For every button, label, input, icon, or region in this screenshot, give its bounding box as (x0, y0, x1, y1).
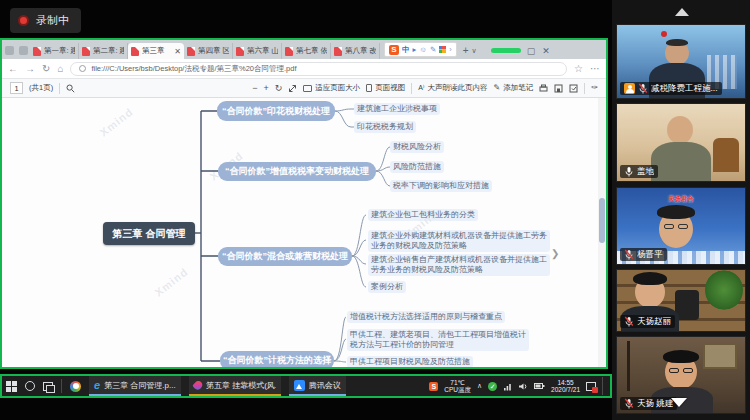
sogou-tray-icon[interactable]: S (429, 382, 438, 391)
mindmap-topic[interactable]: 印花税税务规划 (354, 121, 416, 133)
mic-muted-icon[interactable] (624, 398, 634, 409)
zoom-in-icon[interactable]: + (263, 84, 268, 93)
mic-muted-icon[interactable] (638, 83, 648, 94)
network-icon[interactable] (503, 382, 512, 391)
refresh-icon[interactable]: ↻ (42, 64, 50, 74)
emoji-icon[interactable]: ☺ (419, 46, 427, 54)
hidden-icons-chevron[interactable]: ∧ (477, 382, 482, 390)
pinned-icon[interactable] (19, 46, 28, 55)
back-icon[interactable]: ← (8, 64, 18, 74)
mindmap-topic[interactable]: 建筑企业外购建筑材料或机器设备并提供施工劳务业务的财税风险及防范策略 (368, 230, 550, 252)
note-pen-icon: ✎ (494, 84, 501, 92)
mindmap-topic[interactable]: 增值税计税方法选择适用的原则与稽查重点 (347, 311, 505, 323)
favorite-icon[interactable]: ☆ (574, 64, 583, 74)
pdf-icon (131, 47, 139, 56)
grid-icon[interactable] (439, 46, 446, 53)
page-view-button[interactable]: 页面视图 (366, 83, 405, 93)
browser-tab[interactable]: 第七章 依... (282, 43, 331, 59)
participant-tile[interactable]: 盖地 (616, 103, 746, 182)
rotate-icon[interactable]: ↻ (275, 84, 283, 93)
mic-muted-icon[interactable] (624, 249, 634, 260)
mindmap-topic[interactable]: 建筑企业销售自产建筑材料或机器设备并提供施工劳务业务的财税风险及防范策略 (368, 254, 550, 276)
language-mode-icon[interactable]: 中 (402, 45, 410, 55)
mindmap-topic[interactable]: 风险防范措施 (390, 161, 444, 173)
mindmap-topic[interactable]: 建筑施工企业涉税事项 (354, 103, 440, 115)
mindmap-branch[interactable]: “合同价款”增值税税率变动财税处理 (218, 162, 376, 181)
pdf-page[interactable]: Xmind Xmind Xmind Xmind (2, 98, 606, 367)
read-aloud-button[interactable]: A⁾ 大声朗读此页内容 (418, 83, 487, 93)
browser-tab[interactable]: 第六章 山... (233, 43, 282, 59)
mindmap-branch[interactable]: “合同价款”混合或兼营财税处理 (218, 247, 352, 266)
zoom-out-icon[interactable]: − (252, 84, 257, 93)
taskbar-app-edge-pdf[interactable]: e 第三章 合同管理.p... (89, 376, 181, 396)
scroll-down-icon[interactable] (671, 398, 687, 407)
restore-window-button[interactable]: ▢ (527, 46, 536, 56)
site-info-icon[interactable] (79, 65, 86, 72)
mindmap-topic[interactable]: 甲供工程、建筑老项目、清包工工程项目增值税计税方法与工程计价的协同管理 (347, 329, 529, 351)
antivirus-shield-icon[interactable]: ✓ (488, 382, 497, 391)
pen-icon[interactable]: ✎ (430, 46, 436, 54)
scroll-up-icon[interactable] (675, 8, 689, 16)
browser-tab[interactable]: 第四章 区... (184, 43, 233, 59)
collapse-icon[interactable]: › (449, 46, 452, 54)
scrollbar[interactable] (598, 98, 606, 367)
mindmap-topic[interactable]: 税率下调的影响和应对措施 (390, 180, 492, 192)
participant-tile[interactable]: 天扬赵丽 (616, 269, 746, 332)
page-number-input[interactable]: 1 (10, 82, 23, 94)
notification-badge (592, 387, 598, 393)
sogou-input-toolbar[interactable]: S 中 ▸ ☺ ✎ › (384, 42, 457, 57)
mindmap-topic[interactable]: 财税风险分析 (390, 141, 444, 153)
battery-icon[interactable] (534, 382, 545, 390)
url-field[interactable]: file:///C:/Users/bsb/Desktop/法税专题/第三章%20… (70, 62, 567, 76)
tencent-meeting-icon (294, 380, 305, 391)
tab-close-icon[interactable]: ✕ (174, 47, 181, 56)
mindmap-root[interactable]: 第三章 合同管理 (103, 222, 195, 245)
print-icon[interactable] (539, 84, 548, 93)
browser-tab[interactable]: 第一章: 建 (30, 43, 79, 59)
browser-tab-active[interactable]: 第三章 ✕ (128, 43, 184, 59)
expand-icon[interactable] (288, 84, 297, 93)
screen: 录制中 第一章: 建 第二章: 建 第三章 ✕ 第四章 区... (0, 0, 750, 420)
clock-widget[interactable]: 14:55 2020/7/21 (551, 379, 580, 394)
q-app-icon[interactable] (70, 381, 81, 392)
mic-icon[interactable] (624, 166, 634, 177)
taskbar-app-document[interactable]: 第五章 挂靠模式(风... (189, 376, 281, 396)
tab-menu-icon[interactable]: ∨ (472, 47, 477, 55)
home-icon[interactable]: ⌂ (57, 64, 63, 74)
taskbar-app-meeting[interactable]: 腾讯会议 (289, 376, 346, 396)
fit-page-button[interactable]: 适应页面大小 (303, 83, 360, 93)
forward-icon[interactable]: → (25, 64, 35, 74)
volume-icon[interactable] (518, 382, 528, 391)
highlighter-icon[interactable]: ✑ (591, 84, 598, 92)
save-icon[interactable] (554, 84, 563, 93)
mindmap-branch[interactable]: “合同价款”计税方法的选择 (220, 351, 334, 367)
mindmap-topic[interactable]: 甲供工程项目财税风险及防范措施 (347, 356, 473, 367)
task-view-icon[interactable] (43, 382, 53, 391)
cursor-mode-icon[interactable]: ▸ (413, 46, 417, 54)
participant-tile[interactable]: 减税降费工程施... (616, 24, 746, 99)
more-icon[interactable]: ⋯ (590, 64, 600, 74)
search-icon[interactable] (66, 84, 75, 93)
mouse-cursor: ❯ (551, 248, 559, 259)
recording-label: 录制中 (36, 13, 69, 28)
notification-icon[interactable] (586, 382, 596, 391)
record-dot-icon (18, 15, 29, 26)
start-button[interactable] (6, 381, 17, 392)
mindmap-topic[interactable]: 案例分析 (368, 281, 406, 293)
browser-tab[interactable]: 第二章: 建 (79, 43, 128, 59)
participant-tile[interactable]: 天扬君合 杨晋平 (616, 187, 746, 265)
pinned-icon[interactable] (5, 46, 14, 55)
close-window-button[interactable]: ✕ (542, 46, 550, 56)
mindmap-branch[interactable]: “合同价款”印花税财税处理 (217, 101, 335, 121)
mic-muted-icon[interactable] (624, 316, 634, 327)
browser-tab[interactable]: 第八章 改... (331, 43, 380, 59)
xmind-watermark: Xmind (152, 265, 190, 298)
mindmap-topic[interactable]: 建筑企业包工包料业务的分类 (368, 209, 478, 221)
save-as-icon[interactable] (569, 84, 578, 93)
new-tab-button[interactable]: + (463, 45, 469, 56)
read-aloud-icon: A⁾ (418, 84, 424, 92)
show-desktop-button[interactable] (602, 377, 606, 395)
cortana-icon[interactable] (25, 381, 35, 391)
add-note-button[interactable]: ✎ 添加笔记 (494, 83, 534, 93)
scrollbar-thumb[interactable] (599, 198, 605, 243)
